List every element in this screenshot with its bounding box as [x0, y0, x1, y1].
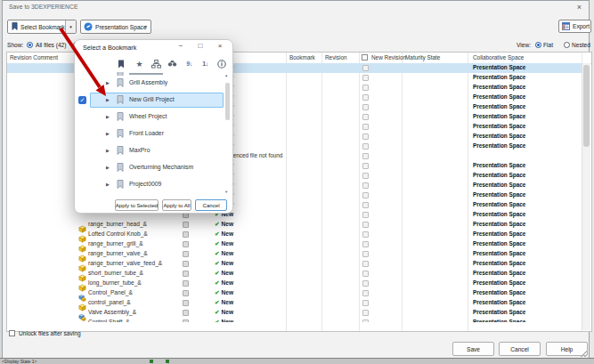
scroll-up-icon[interactable]: ▴ — [225, 73, 227, 77]
table-row[interactable]: short_burner_tube_&✔NewPresentation Spac… — [7, 269, 582, 279]
unlock-files-checkbox[interactable]: Unlock files after saving — [9, 330, 81, 336]
save-checkbox[interactable] — [183, 241, 189, 247]
apply-to-all-button[interactable]: Apply to All — [162, 199, 191, 211]
tree-item-grill-assembly[interactable]: ▶Grill Assembly — [75, 76, 224, 93]
save-checkbox[interactable] — [183, 222, 189, 228]
tree-scrollbar[interactable]: ▴ ▾ — [224, 72, 232, 195]
set-bookmark-icon[interactable] — [114, 57, 127, 70]
bookmark-folder-icon — [117, 95, 124, 105]
new-revision-checkbox[interactable] — [362, 212, 369, 218]
table-row[interactable]: range_burner_head_&✔NewPresentation Spac… — [7, 220, 582, 230]
maximize-icon[interactable]: □ — [194, 42, 207, 50]
table-row[interactable]: long_burner_tube_&✔NewPresentation Space — [7, 279, 582, 288]
expand-arrow-icon[interactable]: ▶ — [106, 114, 110, 119]
table-row[interactable]: Valve Assembly_&✔NewPresentation Space — [7, 308, 582, 318]
new-revision-checkbox[interactable] — [362, 163, 369, 169]
save-checkbox[interactable] — [183, 261, 189, 267]
bookmark-tree-icon[interactable] — [150, 57, 163, 70]
expand-arrow-icon[interactable]: ▶ — [106, 182, 110, 187]
minimize-icon[interactable]: − — [175, 42, 187, 50]
search-icon[interactable] — [166, 57, 179, 70]
expand-arrow-icon[interactable]: ▶ — [106, 165, 110, 170]
new-revision-checkbox[interactable] — [362, 261, 369, 267]
new-revision-checkbox[interactable] — [362, 192, 369, 198]
tree-item-wheel-project[interactable]: ▶Wheel Project — [75, 109, 224, 126]
save-checkbox[interactable] — [183, 320, 189, 322]
new-revision-checkbox[interactable] — [362, 114, 369, 120]
tree-item-project0009[interactable]: ▶Project0009 — [75, 177, 224, 194]
new-revision-checkbox[interactable] — [362, 94, 369, 101]
resize-grip[interactable] — [581, 350, 588, 357]
table-row[interactable]: range_burner_valve_feed_&✔NewPresentatio… — [7, 259, 582, 269]
view-nested-radio[interactable] — [564, 42, 570, 48]
popup-cancel-button[interactable]: Cancel — [195, 199, 227, 211]
select-bookmark-dropdown[interactable]: ▼ — [65, 20, 76, 33]
popup-close-icon[interactable]: × — [214, 42, 226, 50]
table-scrollbar[interactable] — [582, 63, 590, 330]
tree-item-checkbox[interactable]: ✓ — [78, 96, 86, 104]
save-checkbox[interactable] — [183, 300, 189, 306]
new-revision-checkbox[interactable] — [362, 85, 369, 91]
favorite-star-icon[interactable]: ★ — [133, 57, 146, 70]
new-revision-checkbox[interactable] — [362, 75, 369, 81]
info-icon[interactable] — [215, 57, 228, 70]
save-checkbox[interactable] — [183, 231, 189, 238]
new-revision-checkbox[interactable] — [362, 280, 369, 287]
table-row[interactable]: range_burner_grill_&✔NewPresentation Spa… — [7, 239, 582, 249]
table-row[interactable]: Control_Panel_&✔NewPresentation Space — [7, 288, 582, 298]
new-revision-checkbox[interactable] — [362, 133, 369, 140]
collaborative-space-selector[interactable]: Presentation Space ▾ — [80, 20, 151, 34]
close-icon[interactable]: × — [577, 3, 582, 12]
new-revision-checkbox[interactable] — [362, 182, 369, 189]
save-checkbox[interactable] — [183, 251, 189, 257]
view-nested-label[interactable]: Nested — [572, 42, 590, 48]
new-revision-checkbox[interactable] — [362, 300, 369, 306]
new-revision-checkbox[interactable] — [362, 310, 369, 316]
new-revision-checkbox[interactable] — [362, 222, 369, 228]
table-row[interactable]: control_panel_&✔NewPresentation Space — [7, 298, 582, 308]
new-revision-checkbox[interactable] — [362, 202, 369, 208]
tree-item-new-grill-project[interactable]: ▶New Grill Project — [75, 93, 224, 109]
new-revision-checkbox[interactable] — [362, 124, 369, 130]
view-flat-label[interactable]: Flat — [543, 42, 553, 48]
save-checkbox[interactable] — [183, 310, 189, 316]
tree-scrollbar-thumb[interactable] — [225, 83, 230, 120]
new-revision-checkbox[interactable] — [362, 153, 369, 159]
new-revision-checkbox[interactable] — [362, 271, 369, 277]
expand-arrow-icon[interactable]: ▶ — [106, 97, 110, 102]
table-row[interactable]: range_burner_valve_&✔NewPresentation Spa… — [7, 249, 582, 259]
new-revision-checkbox[interactable] — [362, 241, 369, 247]
view-flat-radio[interactable] — [535, 42, 541, 48]
sort-ascending-icon[interactable]: 1↓ — [199, 57, 212, 70]
expand-arrow-icon[interactable]: ▶ — [106, 148, 110, 153]
all-files-radio[interactable] — [27, 42, 33, 48]
save-checkbox[interactable] — [183, 271, 189, 277]
table-row[interactable]: Lofted Control Knob_&✔NewPresentation Sp… — [7, 230, 582, 239]
new-revision-checkbox[interactable] — [362, 173, 369, 179]
scroll-down-icon[interactable]: ▾ — [225, 190, 227, 194]
sort-descending-icon[interactable]: 9↓ — [183, 57, 196, 70]
export-button[interactable]: Export — [558, 20, 591, 33]
save-button[interactable]: Save — [452, 342, 494, 356]
tree-item-maxpro[interactable]: ▶MaxPro — [75, 143, 224, 160]
apply-to-selected-button[interactable]: Apply to Selected — [115, 199, 159, 211]
scrollbar-thumb[interactable] — [583, 65, 590, 147]
new-revision-checkbox[interactable] — [362, 320, 369, 322]
new-revision-checkbox[interactable] — [362, 104, 369, 110]
save-checkbox[interactable] — [183, 290, 189, 296]
select-bookmark-button[interactable]: Select Bookmark... ▼ — [7, 20, 77, 34]
cancel-button[interactable]: Cancel — [499, 342, 541, 356]
expand-arrow-icon[interactable]: ▶ — [106, 80, 110, 85]
new-revision-checkbox[interactable] — [362, 143, 369, 150]
all-files-label[interactable]: All files (42) — [36, 42, 66, 48]
new-revision-checkbox[interactable] — [362, 231, 369, 238]
tree-item-overturning-mechanism[interactable]: ▶Overturning Mechanism — [75, 160, 224, 177]
new-revision-checkbox[interactable] — [362, 65, 369, 71]
save-checkbox[interactable] — [183, 280, 189, 287]
table-row[interactable]: Control Shaft_&✔NewPresentation Space — [7, 318, 582, 322]
expand-arrow-icon[interactable]: ▶ — [106, 131, 110, 136]
header-new-revision-checkbox[interactable] — [362, 54, 368, 61]
new-revision-checkbox[interactable] — [362, 251, 369, 257]
tree-item-front-loader[interactable]: ▶Front Loader — [75, 126, 224, 143]
new-revision-checkbox[interactable] — [362, 290, 369, 296]
